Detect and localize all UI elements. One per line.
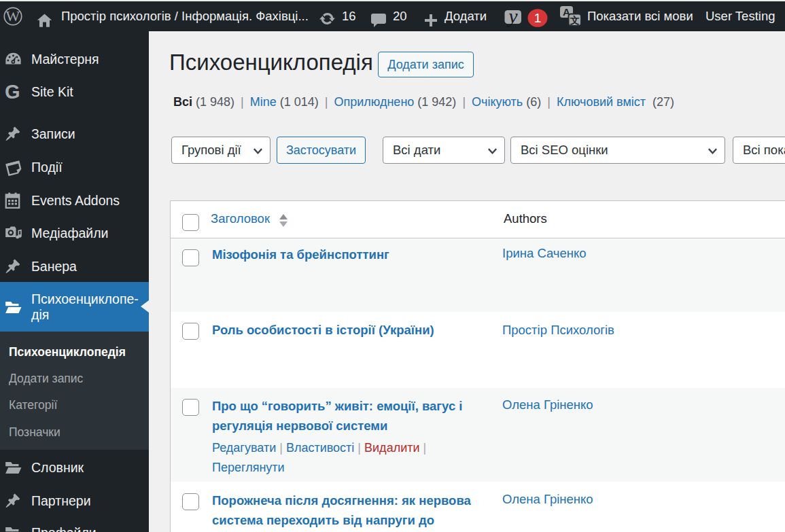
svg-text:y: y — [506, 5, 518, 27]
svg-text:文: 文 — [570, 15, 580, 26]
svg-text:W: W — [6, 7, 20, 24]
svg-text:1: 1 — [534, 11, 542, 25]
